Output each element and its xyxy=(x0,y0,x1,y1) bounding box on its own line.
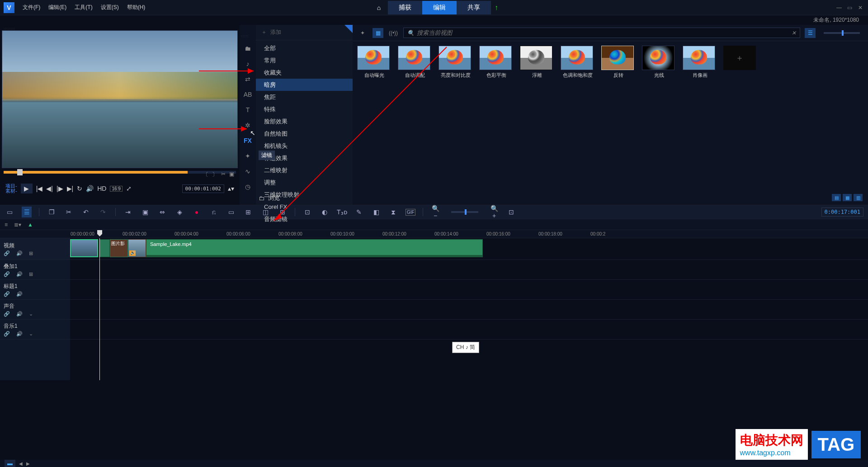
clip-main[interactable]: Sample_Lake.mp4 xyxy=(146,239,483,257)
track-header-video[interactable]: 视频 🔗🔊⊞ xyxy=(0,238,70,260)
sort-icon[interactable]: ✦ xyxy=(357,30,368,36)
category-item[interactable]: 全部 xyxy=(256,42,353,54)
category-item[interactable]: 脸部效果 xyxy=(256,115,353,127)
category-item[interactable]: 收藏夹 xyxy=(256,66,353,79)
track-header-overlay[interactable]: 叠加1 🔗🔊⊞ xyxy=(0,260,70,280)
mode-label[interactable]: 项目-素材- xyxy=(5,184,17,193)
speed-icon[interactable]: ⧗ xyxy=(388,208,398,216)
timecode-stepper[interactable]: ▴▾ xyxy=(228,185,234,192)
mute-icon[interactable]: 🔊 xyxy=(16,250,23,256)
ripple-icon[interactable]: ⇥ xyxy=(123,208,133,216)
effect-thumb[interactable]: 肖像画 xyxy=(683,46,717,79)
track-content-area[interactable]: 图片影 🔊 Sample_Lake.mp4 xyxy=(70,238,868,380)
media-icon[interactable]: 🖿 xyxy=(242,44,253,53)
prev-frame-button[interactable]: ◀| xyxy=(46,185,53,192)
loop-button[interactable]: ↻ xyxy=(77,185,82,192)
multitrack-icon[interactable]: ⊞ xyxy=(243,208,253,216)
hd-button[interactable]: HD xyxy=(97,185,106,192)
category-item[interactable]: 调整 xyxy=(256,176,353,189)
zoom-out-icon[interactable]: 🔍− xyxy=(430,205,440,219)
link-icon[interactable]: 🔗 xyxy=(4,250,10,256)
mark-in-icon[interactable]: 〔 xyxy=(203,171,208,179)
motion-icon[interactable]: ✦ xyxy=(242,151,253,160)
category-item[interactable]: 特殊 xyxy=(256,103,353,115)
effect-thumb[interactable]: 自动调配 xyxy=(398,46,432,79)
tab-edit-active[interactable]: 编辑 xyxy=(422,1,457,14)
menu-help[interactable]: 帮助(H) xyxy=(127,4,146,11)
link-icon[interactable]: 🔗 xyxy=(4,311,10,317)
track-manager-icon[interactable]: ≡ xyxy=(5,222,8,228)
subtitle-icon[interactable]: ▭ xyxy=(226,208,236,216)
expand-icon[interactable]: ⌄ xyxy=(29,311,33,317)
audio-icon[interactable]: ♪ xyxy=(242,59,253,68)
track-header-title[interactable]: 标题1 🔗🔊 xyxy=(0,280,70,300)
transition-icon[interactable]: ⇄ xyxy=(242,75,253,84)
close-icon[interactable]: ✕ xyxy=(858,5,864,11)
tab-capture[interactable]: 捕获 xyxy=(388,1,422,14)
menu-settings[interactable]: 设置(S) xyxy=(101,4,119,11)
thumb-zoom-slider[interactable] xyxy=(824,32,860,34)
clip-4[interactable]: 🔊 xyxy=(128,239,146,257)
effect-thumb[interactable]: 浮雕 xyxy=(520,46,554,79)
snapshot-icon[interactable]: ▣ xyxy=(229,171,234,179)
link-icon[interactable]: 🔗 xyxy=(4,291,10,297)
panel-btn-3[interactable]: ▥ xyxy=(854,194,863,201)
track-header-music[interactable]: 音乐1 🔗🔊⌄ xyxy=(0,320,70,340)
category-item[interactable]: 自然绘图 xyxy=(256,127,353,140)
tab-share[interactable]: 共享 xyxy=(457,1,491,14)
upload-icon[interactable]: ↑ xyxy=(495,4,498,12)
panel-btn-1[interactable]: ▤ xyxy=(832,194,841,201)
search-box[interactable]: 🔍 ✕ xyxy=(403,28,800,38)
effect-thumb[interactable]: 自动曝光 xyxy=(357,46,392,79)
list-view-icon[interactable]: ☰ xyxy=(805,28,816,38)
chapter-icon[interactable]: ⎌ xyxy=(209,208,219,216)
copy-icon[interactable]: ❐ xyxy=(47,208,57,216)
volume-button[interactable]: 🔊 xyxy=(86,185,94,192)
paint-icon[interactable]: ✎ xyxy=(354,208,364,216)
mute-icon[interactable]: 🔊 xyxy=(16,291,23,297)
redo-icon[interactable]: ↷ xyxy=(98,208,108,216)
drag-handle[interactable]: ::::: xyxy=(240,34,256,38)
gif-icon[interactable]: GIF xyxy=(406,209,415,216)
expand-button[interactable]: ⤢ xyxy=(126,185,132,192)
title-ab-icon[interactable]: AB xyxy=(242,90,253,99)
wave-icon[interactable]: ((•)) xyxy=(388,30,399,36)
fit-icon[interactable]: ▣ xyxy=(140,208,150,216)
thumbnail-view-icon[interactable]: ▦ xyxy=(373,28,383,38)
mute-icon[interactable]: 🔊 xyxy=(16,271,23,277)
scroll-segment[interactable]: ▬ xyxy=(5,460,15,467)
text-icon[interactable]: T xyxy=(242,105,253,114)
clip-1[interactable] xyxy=(70,239,98,257)
effect-thumb[interactable]: 色调和饱和度 xyxy=(561,46,595,79)
add-effect-thumb[interactable]: ＋ xyxy=(723,46,758,79)
menu-file[interactable]: 文件(F) xyxy=(23,4,40,11)
voice-track-lane[interactable] xyxy=(70,300,868,320)
overlay-track-lane[interactable] xyxy=(70,260,868,280)
music-track-lane[interactable] xyxy=(70,320,868,340)
mark-out-icon[interactable]: 〕 xyxy=(212,171,217,179)
title-track-lane[interactable] xyxy=(70,280,868,300)
expand-icon[interactable]: ⌄ xyxy=(29,331,33,337)
category-item[interactable]: 二维映射 xyxy=(256,164,353,176)
minimize-icon[interactable]: — xyxy=(836,5,843,11)
drag-handle[interactable]: :::::::: xyxy=(2,27,238,30)
play-button[interactable]: ▶ xyxy=(21,184,33,193)
category-item[interactable]: 暗房 xyxy=(256,79,353,91)
stretch-icon[interactable]: ⇔ xyxy=(157,208,167,216)
link-icon[interactable]: 🔗 xyxy=(4,271,10,277)
link-icon[interactable]: 🔗 xyxy=(4,331,10,337)
effect-thumb[interactable]: 亮度和对比度 xyxy=(439,46,473,79)
go-start-button[interactable]: |◀ xyxy=(36,185,43,192)
search-input[interactable] xyxy=(417,29,789,36)
scroll-up-icon[interactable]: ▲ xyxy=(28,222,33,228)
zoom-in-icon[interactable]: 🔍+ xyxy=(489,205,499,219)
menu-tools[interactable]: 工具(T) xyxy=(75,4,92,11)
category-item[interactable]: 常用 xyxy=(256,54,353,66)
go-end-button[interactable]: ▶| xyxy=(67,185,74,192)
tools-icon[interactable]: ✂ xyxy=(64,208,74,216)
aspect-button[interactable]: 16:9 xyxy=(110,186,122,192)
playhead[interactable] xyxy=(99,238,100,380)
tab-home[interactable]: ⌂ xyxy=(370,1,388,14)
scroll-right-icon[interactable]: ▶ xyxy=(26,461,30,466)
mute-icon[interactable]: 🔊 xyxy=(16,311,23,317)
